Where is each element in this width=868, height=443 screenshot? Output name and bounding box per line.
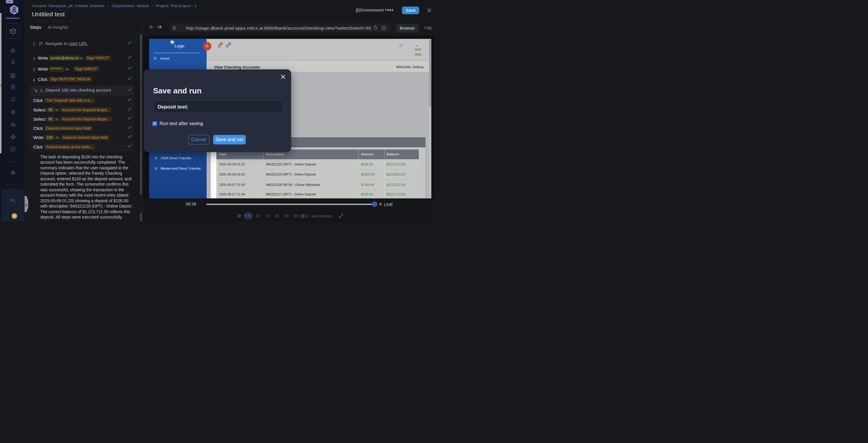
svg-text:?: ? xyxy=(11,199,13,201)
